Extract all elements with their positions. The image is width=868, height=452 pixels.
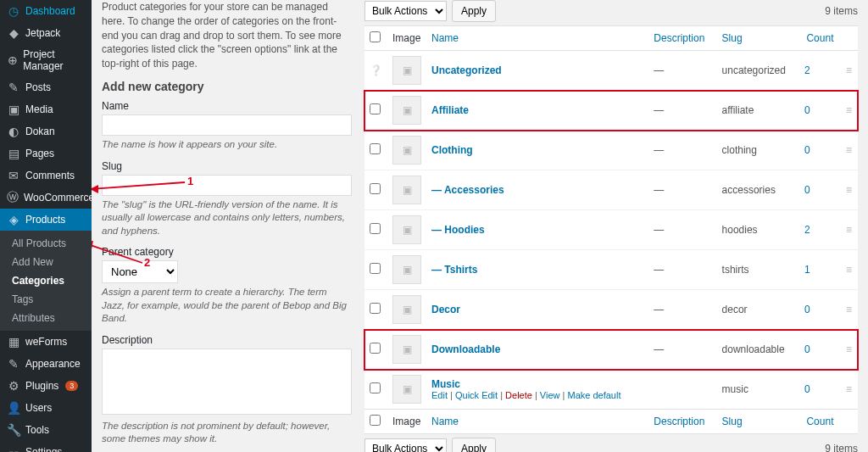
- cell-count[interactable]: 0: [799, 330, 841, 370]
- cell-count[interactable]: 1: [799, 250, 841, 290]
- slug-help: The "slug" is the URL-friendly version o…: [102, 198, 352, 238]
- submenu-attributes[interactable]: Attributes: [0, 309, 92, 327]
- menu-appearance[interactable]: ✎Appearance: [0, 353, 92, 375]
- svg-marker-3: [92, 241, 93, 249]
- drag-handle[interactable]: ≡: [841, 370, 858, 410]
- description-input[interactable]: [102, 349, 352, 415]
- table-row: ▣Decor—decor0≡: [364, 290, 858, 330]
- category-link[interactable]: — Tshirts: [431, 264, 477, 276]
- bulk-actions-select-bottom[interactable]: Bulk Actions: [364, 438, 447, 452]
- categories-table: Image Name Description Slug Count ❔▣Unca…: [364, 25, 858, 434]
- action-quick-edit[interactable]: Quick Edit: [455, 390, 498, 400]
- cell-description: —: [648, 91, 716, 131]
- action-make-default[interactable]: Make default: [568, 390, 621, 400]
- users-icon: 👤: [7, 401, 20, 415]
- col-image: Image: [387, 26, 426, 51]
- table-row: ▣— Hoodies—hoodies2≡: [364, 210, 858, 250]
- products-icon: ◈: [7, 213, 20, 226]
- submenu-add-new[interactable]: Add New: [0, 253, 92, 271]
- menu-woocommerce[interactable]: ⓦWooCommerce: [0, 187, 92, 209]
- action-delete[interactable]: Delete: [505, 390, 532, 400]
- slug-input[interactable]: [102, 175, 352, 196]
- cell-slug: tshirts: [717, 250, 799, 290]
- cell-count[interactable]: 2: [799, 210, 841, 250]
- menu-jetpack[interactable]: ◆Jetpack: [0, 22, 92, 44]
- settings-icon: ⚏: [7, 445, 20, 452]
- select-all-bottom[interactable]: [370, 415, 381, 426]
- category-link[interactable]: Downloadable: [431, 343, 500, 355]
- row-checkbox[interactable]: [370, 223, 381, 234]
- row-checkbox[interactable]: [370, 263, 381, 274]
- category-link[interactable]: Decor: [431, 304, 460, 315]
- image-placeholder: ▣: [392, 375, 421, 404]
- cell-description: —: [648, 210, 716, 250]
- menu-settings[interactable]: ⚏Settings: [0, 441, 92, 452]
- apply-button-top[interactable]: Apply: [452, 0, 496, 22]
- table-row: ▣Clothing—clothing0≡: [364, 131, 858, 170]
- apply-button-bottom[interactable]: Apply: [452, 438, 496, 452]
- drag-handle[interactable]: ≡: [841, 170, 858, 210]
- drag-handle[interactable]: ≡: [841, 51, 858, 91]
- menu-products[interactable]: ◈Products: [0, 209, 92, 231]
- cell-count[interactable]: 0: [799, 131, 841, 170]
- drag-handle[interactable]: ≡: [841, 290, 858, 330]
- row-checkbox[interactable]: [370, 183, 381, 194]
- submenu-tags[interactable]: Tags: [0, 290, 92, 309]
- menu-pages[interactable]: ▤Pages: [0, 142, 92, 165]
- col-name[interactable]: Name: [426, 26, 648, 51]
- image-placeholder: ▣: [392, 335, 421, 364]
- action-edit[interactable]: Edit: [431, 390, 448, 400]
- row-checkbox[interactable]: [370, 143, 381, 154]
- cell-count[interactable]: 2: [799, 51, 841, 91]
- bulk-actions-select-top[interactable]: Bulk Actions: [364, 1, 447, 21]
- submenu-all-products[interactable]: All Products: [0, 234, 92, 253]
- col-count[interactable]: Count: [799, 26, 841, 51]
- name-input[interactable]: [102, 114, 352, 136]
- menu-plugins[interactable]: ⚙Plugins3: [0, 375, 92, 397]
- cell-slug: decor: [717, 290, 799, 330]
- menu-users[interactable]: 👤Users: [0, 397, 92, 419]
- cell-count[interactable]: 0: [799, 170, 841, 210]
- submenu-categories[interactable]: Categories: [0, 271, 92, 290]
- tools-icon: 🔧: [7, 423, 20, 437]
- menu-project-manager[interactable]: ⊕Project Manager: [0, 44, 92, 76]
- drag-handle[interactable]: ≡: [841, 250, 858, 290]
- menu-comments[interactable]: ✉Comments: [0, 165, 92, 187]
- row-checkbox[interactable]: [370, 303, 381, 314]
- drag-handle[interactable]: ≡: [841, 131, 858, 170]
- drag-handle[interactable]: ≡: [841, 91, 858, 131]
- cell-count[interactable]: 0: [799, 91, 841, 131]
- menu-posts[interactable]: ✎Posts: [0, 76, 92, 98]
- menu-dashboard[interactable]: ◷Dashboard: [0, 0, 92, 22]
- menu-weforms[interactable]: ▦weForms: [0, 331, 92, 353]
- col-slug[interactable]: Slug: [717, 26, 799, 51]
- item-count-bottom: 9 items: [825, 443, 858, 452]
- category-link[interactable]: Clothing: [431, 144, 473, 156]
- select-all-top[interactable]: [370, 31, 381, 42]
- menu-dokan[interactable]: ◐Dokan: [0, 120, 92, 142]
- parent-select[interactable]: None: [102, 260, 178, 283]
- table-row: ▣— Accessories—accessories0≡: [364, 170, 858, 210]
- drag-handle[interactable]: ≡: [841, 330, 858, 370]
- action-view[interactable]: View: [540, 390, 560, 400]
- drag-handle[interactable]: ≡: [841, 210, 858, 250]
- help-icon[interactable]: ❔: [370, 64, 382, 76]
- cell-count[interactable]: 0: [799, 370, 841, 410]
- category-link[interactable]: Affiliate: [431, 104, 469, 116]
- cell-description: —: [648, 330, 716, 370]
- category-link[interactable]: Music: [431, 378, 460, 390]
- category-link[interactable]: Uncategorized: [431, 64, 502, 76]
- row-checkbox[interactable]: [370, 343, 381, 354]
- col-description[interactable]: Description: [648, 26, 716, 51]
- cell-description: —: [648, 51, 716, 91]
- row-actions: Edit | Quick Edit | Delete | View | Make…: [431, 390, 643, 400]
- cell-count[interactable]: 0: [799, 290, 841, 330]
- row-checkbox[interactable]: [370, 382, 381, 393]
- menu-tools[interactable]: 🔧Tools: [0, 419, 92, 441]
- row-checkbox[interactable]: [370, 103, 381, 114]
- category-link[interactable]: — Hoodies: [431, 224, 485, 236]
- menu-media[interactable]: ▣Media: [0, 98, 92, 120]
- table-row: ▣Affiliate—affiliate0≡: [364, 91, 858, 131]
- category-link[interactable]: — Accessories: [431, 184, 504, 196]
- intro-text: Product categories for your store can be…: [102, 0, 352, 71]
